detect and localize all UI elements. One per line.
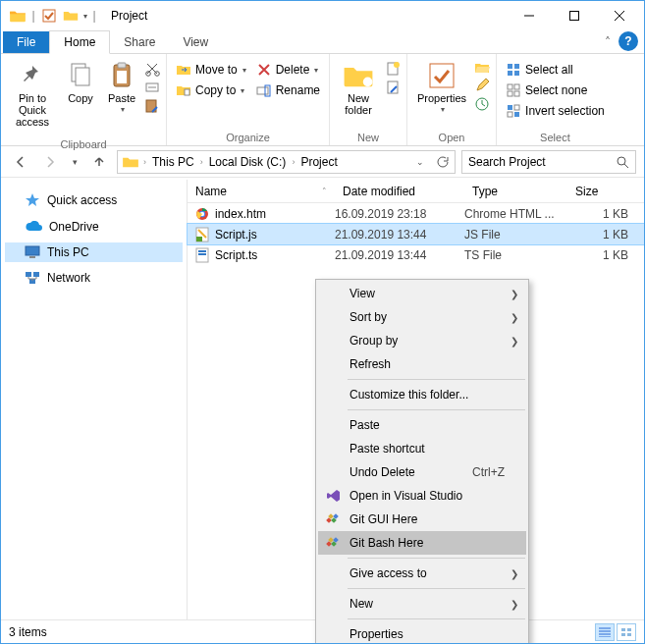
open-icon[interactable] bbox=[474, 61, 490, 75]
edit-icon[interactable] bbox=[474, 78, 490, 93]
help-icon[interactable]: ? bbox=[618, 31, 638, 51]
svg-rect-26 bbox=[508, 91, 512, 96]
file-name: Script.js bbox=[215, 228, 335, 242]
svg-rect-44 bbox=[198, 250, 206, 252]
menu-item[interactable]: Refresh bbox=[318, 352, 526, 376]
col-type[interactable]: Type bbox=[464, 185, 567, 198]
vs-icon bbox=[325, 488, 341, 504]
file-row[interactable]: index.htm16.09.2019 23:18Chrome HTML ...… bbox=[188, 203, 644, 224]
menu-item[interactable]: Open in Visual Studio bbox=[318, 484, 526, 508]
svg-rect-6 bbox=[117, 71, 127, 83]
menu-item[interactable]: New bbox=[318, 592, 526, 616]
menu-label: Undo Delete bbox=[349, 465, 415, 479]
view-details-button[interactable] bbox=[595, 623, 615, 641]
minimize-button[interactable] bbox=[507, 1, 552, 30]
menu-item[interactable]: Git Bash Here bbox=[318, 531, 526, 555]
up-button[interactable] bbox=[87, 150, 111, 174]
close-button[interactable] bbox=[597, 1, 642, 30]
select-none-button[interactable]: Select none bbox=[503, 81, 608, 99]
menu-item[interactable]: Git GUI Here bbox=[318, 508, 526, 531]
crumb-localdisk[interactable]: Local Disk (C:) bbox=[205, 155, 291, 169]
back-button[interactable] bbox=[9, 150, 32, 174]
tab-view[interactable]: View bbox=[169, 31, 222, 53]
col-size[interactable]: Size bbox=[567, 185, 644, 198]
menu-item: Paste shortcut bbox=[318, 437, 526, 460]
column-headers[interactable]: Name˄ Date modified Type Size bbox=[188, 180, 644, 203]
menu-item[interactable]: Group by bbox=[318, 329, 526, 352]
properties-button[interactable]: Properties ▾ bbox=[413, 58, 470, 114]
menu-item[interactable]: Undo DeleteCtrl+Z bbox=[318, 460, 526, 484]
history-icon[interactable] bbox=[474, 96, 490, 112]
easy-access-icon[interactable] bbox=[385, 80, 401, 95]
copy-to-button[interactable]: Copy to▾ bbox=[173, 81, 249, 99]
menu-item[interactable]: Give access to bbox=[318, 562, 526, 585]
title-bar: | ▾ | Project bbox=[1, 1, 644, 30]
col-date[interactable]: Date modified bbox=[335, 185, 464, 198]
menu-item[interactable]: Customize this folder... bbox=[318, 383, 526, 406]
select-all-button[interactable]: Select all bbox=[503, 61, 608, 79]
file-type: TS File bbox=[464, 248, 567, 262]
svg-rect-46 bbox=[621, 628, 625, 631]
qat-dropdown[interactable]: ▾ bbox=[83, 12, 87, 21]
svg-rect-47 bbox=[627, 628, 631, 631]
nav-this-pc[interactable]: This PC bbox=[5, 242, 183, 262]
group-new: New folder New bbox=[330, 54, 407, 145]
menu-separator bbox=[348, 379, 525, 380]
menu-label: Properties bbox=[349, 627, 403, 641]
crumb-thispc[interactable]: This PC bbox=[148, 155, 198, 169]
svg-rect-35 bbox=[26, 272, 31, 277]
svg-rect-36 bbox=[33, 272, 39, 277]
pin-quick-access-button[interactable]: Pin to Quick access ▾ bbox=[7, 58, 58, 137]
menu-item[interactable]: Sort by bbox=[318, 305, 526, 329]
copy-path-icon[interactable] bbox=[144, 80, 160, 95]
nav-network[interactable]: Network bbox=[5, 268, 183, 288]
view-large-button[interactable] bbox=[617, 623, 636, 641]
svg-rect-22 bbox=[508, 71, 512, 76]
maximize-button[interactable] bbox=[552, 1, 597, 30]
forward-button[interactable] bbox=[38, 150, 62, 174]
ribbon-collapse-icon[interactable]: ˄ bbox=[597, 35, 618, 49]
paste-shortcut-icon[interactable] bbox=[144, 98, 160, 114]
rename-button[interactable]: Rename bbox=[253, 81, 323, 99]
svg-point-32 bbox=[618, 157, 625, 165]
tab-home[interactable]: Home bbox=[49, 30, 110, 54]
menu-item[interactable]: View bbox=[318, 282, 526, 305]
menu-label: Git Bash Here bbox=[349, 536, 423, 550]
file-row[interactable]: Script.js21.09.2019 13:44JS File1 KB bbox=[188, 224, 644, 244]
nav-quick-access[interactable]: Quick access bbox=[5, 189, 183, 211]
select-none-icon bbox=[506, 82, 521, 98]
new-item-icon[interactable] bbox=[385, 61, 401, 77]
refresh-button[interactable] bbox=[431, 155, 453, 169]
crumb-project[interactable]: Project bbox=[296, 155, 341, 169]
menu-label: Sort by bbox=[349, 310, 387, 324]
recent-dropdown[interactable]: ▾ bbox=[68, 150, 81, 174]
copy-button[interactable]: Copy bbox=[62, 58, 99, 104]
delete-icon bbox=[256, 62, 272, 78]
tab-share[interactable]: Share bbox=[110, 31, 169, 53]
cut-icon[interactable] bbox=[144, 61, 160, 77]
menu-separator bbox=[348, 558, 525, 559]
properties-icon bbox=[426, 60, 457, 91]
svg-point-14 bbox=[363, 78, 373, 87]
address-bar[interactable]: › This PC› Local Disk (C:)› Project ⌄ bbox=[117, 150, 456, 174]
delete-button[interactable]: Delete▾ bbox=[253, 61, 323, 79]
tab-file[interactable]: File bbox=[3, 31, 49, 53]
svg-rect-24 bbox=[508, 84, 512, 89]
paste-button[interactable]: Paste ▾ bbox=[103, 58, 140, 114]
file-row[interactable]: Script.ts21.09.2019 13:44TS File1 KB bbox=[188, 244, 644, 265]
folder-small-icon[interactable] bbox=[62, 7, 80, 25]
menu-label: Git GUI Here bbox=[349, 512, 417, 526]
invert-selection-button[interactable]: Invert selection bbox=[503, 102, 608, 120]
folder-icon bbox=[9, 7, 27, 25]
search-box[interactable]: Search Project bbox=[461, 150, 636, 174]
nav-onedrive[interactable]: OneDrive bbox=[5, 217, 183, 237]
group-select: Select all Select none Invert selection … bbox=[497, 54, 614, 145]
new-folder-button[interactable]: New folder bbox=[336, 58, 381, 116]
move-to-button[interactable]: Move to▾ bbox=[173, 61, 249, 79]
addr-dropdown[interactable]: ⌄ bbox=[409, 155, 431, 169]
file-name: Script.ts bbox=[215, 248, 335, 262]
select-all-icon bbox=[506, 62, 521, 78]
menu-item[interactable]: Properties bbox=[318, 622, 526, 644]
svg-rect-0 bbox=[43, 10, 55, 22]
properties-icon[interactable] bbox=[40, 7, 58, 25]
